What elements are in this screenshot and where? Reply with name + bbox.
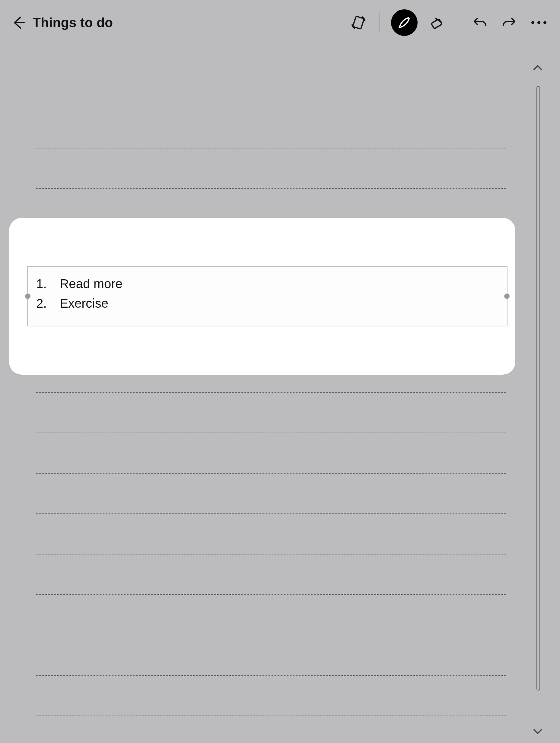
redo-button[interactable] [500, 13, 518, 32]
resize-handle-right[interactable] [504, 294, 510, 299]
more-horizontal-icon [531, 21, 547, 24]
toolbar-divider [379, 13, 380, 32]
arrow-left-icon [10, 15, 26, 31]
tool-group [349, 9, 548, 36]
list-item[interactable]: 1. Read more [36, 274, 499, 294]
undo-icon [471, 14, 488, 31]
scroll-up-button[interactable] [532, 62, 543, 73]
undo-button[interactable] [471, 13, 489, 32]
ruled-lines [36, 105, 506, 737]
list-text: Read more [60, 274, 123, 294]
rotate-button[interactable] [349, 13, 368, 32]
list-item[interactable]: 2. Exercise [36, 294, 499, 313]
ordered-list[interactable]: 1. Read more 2. Exercise [28, 267, 507, 318]
scroll-down-button[interactable] [532, 726, 543, 737]
text-box[interactable]: 1. Read more 2. Exercise [27, 266, 508, 326]
eraser-tool-button[interactable] [429, 13, 447, 32]
page-title: Things to do [33, 15, 113, 30]
rotate-device-icon [350, 14, 367, 31]
chevron-up-icon [532, 62, 543, 73]
svg-rect-1 [431, 19, 442, 29]
list-index: 2. [36, 294, 51, 313]
toolbar: Things to do [0, 0, 560, 45]
toolbar-divider [459, 13, 459, 32]
eraser-icon [430, 14, 446, 31]
list-text: Exercise [60, 294, 108, 313]
redo-icon [501, 14, 518, 31]
back-button[interactable] [9, 13, 27, 32]
svg-rect-0 [353, 16, 364, 29]
pen-icon [396, 14, 413, 31]
more-button[interactable] [530, 13, 548, 32]
pen-tool-button[interactable] [391, 9, 418, 36]
text-panel[interactable]: 1. Read more 2. Exercise [9, 218, 515, 375]
resize-handle-left[interactable] [25, 294, 31, 299]
chevron-down-icon [532, 726, 543, 737]
vertical-scrollbar[interactable] [536, 86, 540, 691]
list-index: 1. [36, 274, 51, 294]
note-canvas[interactable]: 1. Read more 2. Exercise [0, 45, 560, 743]
